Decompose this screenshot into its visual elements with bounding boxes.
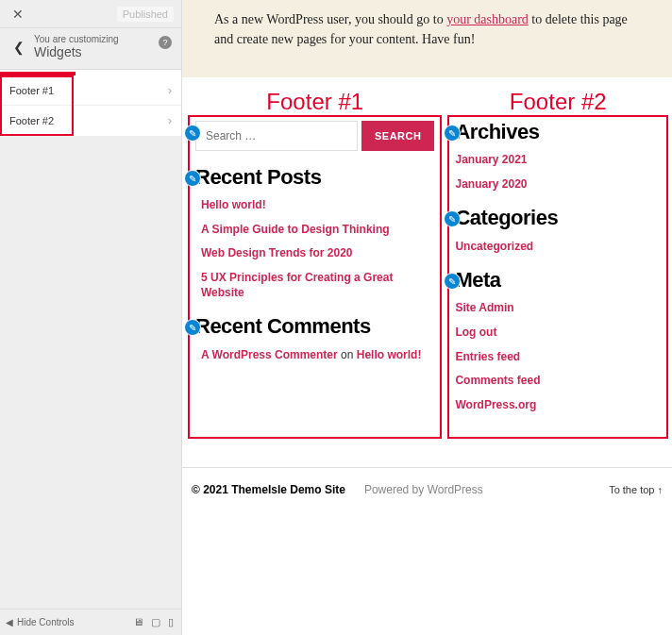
back-button[interactable]: ❮ <box>9 40 28 55</box>
search-input[interactable] <box>195 121 358 151</box>
panel-item-label: Footer #1 <box>9 85 54 96</box>
panel-item-footer-2[interactable]: Footer #2 › <box>0 106 181 136</box>
comment-author-link[interactable]: A WordPress Commenter <box>201 348 338 361</box>
site-preview: As a new WordPress user, you should go t… <box>182 0 672 635</box>
list-item[interactable]: Entries feed <box>455 350 661 365</box>
list-item[interactable]: January 2021 <box>455 153 661 168</box>
recent-comments-widget: ✎ Recent Comments A WordPress Commenter … <box>195 315 434 363</box>
to-top-link[interactable]: To the top ↑ <box>609 484 663 495</box>
footer-column-2: Footer #2 ✎ Archives January 2021 Januar… <box>447 115 668 439</box>
widget-title: Meta <box>455 269 661 292</box>
list-item[interactable]: 5 UX Principles for Creating a Great Web… <box>201 271 434 300</box>
mobile-preview-icon[interactable]: ▯ <box>168 616 174 628</box>
panel-item-label: Footer #2 <box>9 115 54 126</box>
site-footer: © 2021 ThemeIsle Demo Site Powered by Wo… <box>182 467 672 513</box>
list-item[interactable]: Web Design Trends for 2020 <box>201 246 434 261</box>
page-content-excerpt: As a new WordPress user, you should go t… <box>182 0 672 77</box>
widget-title: Recent Comments <box>195 315 434 338</box>
close-button[interactable]: ✕ <box>8 4 28 25</box>
publish-status: Published <box>117 7 174 22</box>
sidebar-topbar: ✕ Published <box>0 0 181 28</box>
powered-by-link[interactable]: Powered by WordPress <box>364 483 483 496</box>
annotation-label-footer-2: Footer #2 <box>510 89 607 115</box>
help-icon[interactable]: ? <box>159 36 172 49</box>
archives-widget: ✎ Archives January 2021 January 2020 <box>455 121 661 192</box>
widget-title: Categories <box>455 207 661 229</box>
collapse-icon: ◀ <box>6 617 13 627</box>
comment-post-link[interactable]: Hello world! <box>357 348 422 361</box>
list-item[interactable]: Site Admin <box>455 301 661 316</box>
sidebar-header: ❮ You are customizing Widgets ? <box>0 28 181 70</box>
annotation-label-footer-1: Footer #1 <box>266 89 363 115</box>
copyright-text: © 2021 ThemeIsle Demo Site <box>192 483 345 496</box>
section-title: Widgets <box>34 44 119 59</box>
hide-controls-button[interactable]: ◀ Hide Controls <box>0 617 75 627</box>
widget-title: Archives <box>455 121 661 143</box>
search-widget: ✎ SEARCH <box>195 121 434 151</box>
meta-widget: ✎ Meta Site Admin Log out Entries feed C… <box>455 269 661 412</box>
panel-item-footer-1[interactable]: Footer #1 › <box>0 75 181 106</box>
list-item[interactable]: January 2020 <box>455 177 661 192</box>
recent-posts-widget: ✎ Recent Posts Hello world! A Simple Gui… <box>195 166 434 300</box>
categories-widget: ✎ Categories Uncategorized <box>455 207 661 254</box>
footer-column-1: Footer #1 ✎ SEARCH ✎ Recent Posts Hello … <box>188 115 442 439</box>
search-button[interactable]: SEARCH <box>361 121 434 151</box>
list-item[interactable]: Uncategorized <box>455 240 661 255</box>
customizing-label: You are customizing <box>34 34 119 44</box>
list-item[interactable]: Hello world! <box>201 198 434 213</box>
customizer-sidebar: ✕ Published ❮ You are customizing Widget… <box>0 0 182 635</box>
desktop-preview-icon[interactable]: 🖥 <box>133 616 143 628</box>
list-item[interactable]: Log out <box>455 326 661 341</box>
chevron-right-icon: › <box>168 84 172 97</box>
edit-widget-icon[interactable]: ✎ <box>184 170 201 187</box>
list-item[interactable]: WordPress.org <box>455 398 661 413</box>
list-item[interactable]: A Simple Guide to Design Thinking <box>201 223 434 238</box>
tablet-preview-icon[interactable]: ▢ <box>151 616 160 628</box>
widget-title: Recent Posts <box>195 166 434 189</box>
chevron-right-icon: › <box>168 114 172 127</box>
dashboard-link[interactable]: your dashboard <box>446 12 529 26</box>
edit-widget-icon[interactable]: ✎ <box>184 125 201 142</box>
list-item[interactable]: Comments feed <box>455 374 661 389</box>
sidebar-footer: ◀ Hide Controls 🖥 ▢ ▯ <box>0 609 181 635</box>
